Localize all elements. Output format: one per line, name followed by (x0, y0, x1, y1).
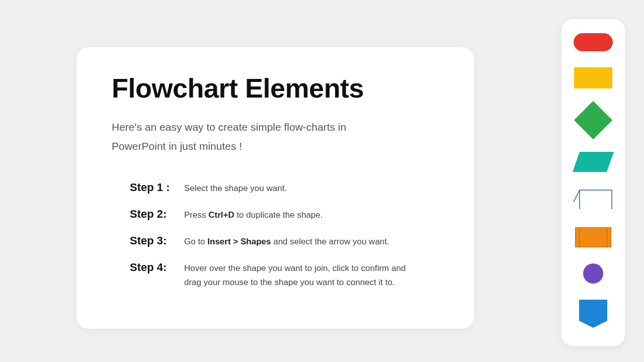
step-label: Step 2: (130, 208, 184, 221)
step-row: Step 4: Hover over the shape you want to… (130, 261, 439, 290)
step-row: Step 2: Press Ctrl+D to duplicate the sh… (130, 208, 439, 222)
step-label: Step 3: (130, 234, 184, 247)
connector-shape-icon[interactable] (583, 263, 603, 284)
process-shape-icon[interactable] (574, 67, 612, 88)
step-text: Select the shape you want. (184, 182, 287, 196)
step-row: Step 1 : Select the shape you want. (130, 181, 439, 196)
step-text: Go to Insert > Shapes and select the arr… (184, 235, 389, 249)
step-text: Hover over the shape you want to join, c… (184, 261, 416, 290)
terminator-shape-icon[interactable] (574, 33, 613, 51)
step-label: Step 4: (130, 261, 184, 274)
data-shape-icon[interactable] (573, 152, 614, 172)
subroutine-shape-icon[interactable] (575, 227, 611, 247)
step-row: Step 3: Go to Insert > Shapes and select… (130, 234, 439, 249)
decision-shape-icon[interactable] (574, 101, 612, 139)
svg-marker-0 (573, 152, 614, 172)
svg-marker-2 (579, 300, 607, 328)
step-label: Step 1 : (130, 181, 184, 194)
steps-list: Step 1 : Select the shape you want. Step… (112, 181, 439, 290)
offpage-shape-icon[interactable] (579, 300, 607, 328)
manual-input-shape-icon[interactable] (573, 188, 614, 211)
step-text: Press Ctrl+D to duplicate the shape. (184, 208, 323, 222)
subtitle: Here's an easy way to create simple flow… (112, 118, 393, 156)
page-title: Flowchart Elements (112, 72, 439, 104)
shape-palette (561, 19, 625, 346)
main-card: Flowchart Elements Here's an easy way to… (76, 47, 474, 329)
